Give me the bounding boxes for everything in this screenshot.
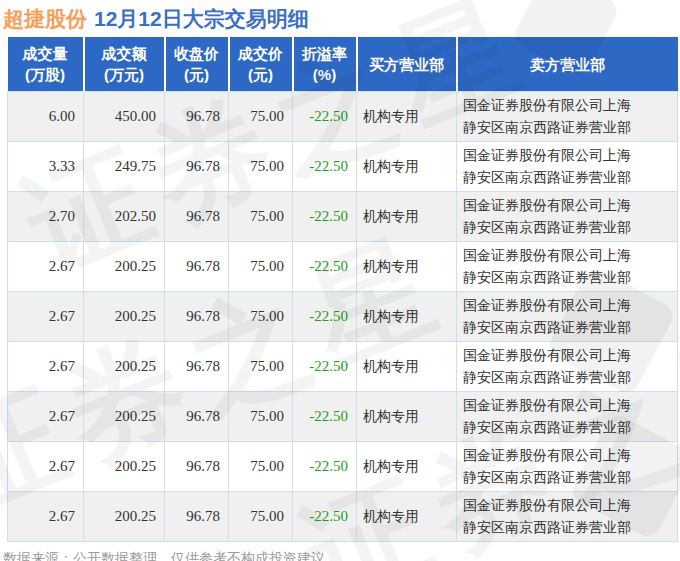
- cell-buyer-branch: 机构专用: [357, 142, 457, 192]
- cell-amount: 450.00: [84, 92, 165, 142]
- table-row: 2.67 200.25 96.78 75.00 -22.50 机构专用 国金证券…: [8, 342, 678, 392]
- cell-trade-price: 75.00: [229, 142, 293, 192]
- cell-trade-price: 75.00: [229, 342, 293, 392]
- cell-close-price: 96.78: [165, 292, 229, 342]
- cell-amount: 200.25: [84, 492, 165, 542]
- header-buyer-branch: 买方营业部: [357, 37, 457, 92]
- cell-seller-branch: 国金证券股份有限公司上海静安区南京西路证券营业部: [457, 442, 678, 492]
- block-trades-table: 成交量 (万股) 成交额 (万元) 收盘价 (元) 成交价 (元) 折溢率 (%…: [7, 37, 678, 542]
- cell-seller-branch: 国金证券股份有限公司上海静安区南京西路证券营业部: [457, 342, 678, 392]
- cell-seller-branch: 国金证券股份有限公司上海静安区南京西路证券营业部: [457, 192, 678, 242]
- cell-close-price: 96.78: [165, 442, 229, 492]
- cell-close-price: 96.78: [165, 392, 229, 442]
- cell-close-price: 96.78: [165, 142, 229, 192]
- cell-trade-price: 75.00: [229, 92, 293, 142]
- cell-amount: 200.25: [84, 392, 165, 442]
- cell-volume: 2.67: [8, 442, 84, 492]
- cell-volume: 2.67: [8, 492, 84, 542]
- table-row: 2.67 200.25 96.78 75.00 -22.50 机构专用 国金证券…: [8, 292, 678, 342]
- cell-seller-branch: 国金证券股份有限公司上海静安区南京西路证券营业部: [457, 92, 678, 142]
- cell-volume: 2.67: [8, 292, 84, 342]
- cell-premium-rate: -22.50: [293, 292, 357, 342]
- header-amount: 成交额 (万元): [84, 37, 165, 92]
- cell-premium-rate: -22.50: [293, 242, 357, 292]
- cell-amount: 200.25: [84, 442, 165, 492]
- header-trade-price: 成交价 (元): [229, 37, 293, 92]
- cell-close-price: 96.78: [165, 192, 229, 242]
- cell-volume: 2.70: [8, 192, 84, 242]
- cell-premium-rate: -22.50: [293, 192, 357, 242]
- cell-buyer-branch: 机构专用: [357, 292, 457, 342]
- cell-seller-branch-text: 国金证券股份有限公司上海静安区南京西路证券营业部: [457, 495, 639, 538]
- header-close-price: 收盘价 (元): [165, 37, 229, 92]
- cell-trade-price: 75.00: [229, 442, 293, 492]
- header-premium-rate: 折溢率 (%): [293, 37, 357, 92]
- cell-buyer-branch: 机构专用: [357, 92, 457, 142]
- cell-amount: 202.50: [84, 192, 165, 242]
- cell-amount: 200.25: [84, 292, 165, 342]
- cell-volume: 2.67: [8, 392, 84, 442]
- cell-close-price: 96.78: [165, 342, 229, 392]
- table-row: 2.67 200.25 96.78 75.00 -22.50 机构专用 国金证券…: [8, 392, 678, 442]
- cell-seller-branch: 国金证券股份有限公司上海静安区南京西路证券营业部: [457, 392, 678, 442]
- header-seller-branch: 卖方营业部: [457, 37, 678, 92]
- cell-premium-rate: -22.50: [293, 442, 357, 492]
- table-row: 3.33 249.75 96.78 75.00 -22.50 机构专用 国金证券…: [8, 142, 678, 192]
- cell-amount: 249.75: [84, 142, 165, 192]
- cell-trade-price: 75.00: [229, 392, 293, 442]
- cell-seller-branch-text: 国金证券股份有限公司上海静安区南京西路证券营业部: [457, 145, 639, 188]
- table-row: 2.67 200.25 96.78 75.00 -22.50 机构专用 国金证券…: [8, 242, 678, 292]
- cell-buyer-branch: 机构专用: [357, 392, 457, 442]
- cell-close-price: 96.78: [165, 92, 229, 142]
- cell-buyer-branch: 机构专用: [357, 242, 457, 292]
- cell-seller-branch-text: 国金证券股份有限公司上海静安区南京西路证券营业部: [457, 95, 639, 138]
- cell-close-price: 96.78: [165, 242, 229, 292]
- cell-volume: 6.00: [8, 92, 84, 142]
- cell-trade-price: 75.00: [229, 192, 293, 242]
- cell-seller-branch: 国金证券股份有限公司上海静安区南京西路证券营业部: [457, 242, 678, 292]
- cell-seller-branch-text: 国金证券股份有限公司上海静安区南京西路证券营业部: [457, 345, 639, 388]
- cell-buyer-branch: 机构专用: [357, 342, 457, 392]
- table-row: 2.67 200.25 96.78 75.00 -22.50 机构专用 国金证券…: [8, 492, 678, 542]
- cell-premium-rate: -22.50: [293, 392, 357, 442]
- cell-buyer-branch: 机构专用: [357, 192, 457, 242]
- cell-buyer-branch: 机构专用: [357, 442, 457, 492]
- title-detail: 12月12日大宗交易明细: [94, 7, 309, 30]
- cell-trade-price: 75.00: [229, 492, 293, 542]
- cell-seller-branch-text: 国金证券股份有限公司上海静安区南京西路证券营业部: [457, 195, 639, 238]
- cell-amount: 200.25: [84, 342, 165, 392]
- cell-premium-rate: -22.50: [293, 342, 357, 392]
- cell-trade-price: 75.00: [229, 242, 293, 292]
- cell-seller-branch: 国金证券股份有限公司上海静安区南京西路证券营业部: [457, 142, 678, 192]
- table-header-row: 成交量 (万股) 成交额 (万元) 收盘价 (元) 成交价 (元) 折溢率 (%…: [8, 37, 678, 92]
- page-title: 超捷股份12月12日大宗交易明细: [0, 0, 680, 30]
- cell-buyer-branch: 机构专用: [357, 492, 457, 542]
- cell-premium-rate: -22.50: [293, 492, 357, 542]
- cell-seller-branch: 国金证券股份有限公司上海静安区南京西路证券营业部: [457, 292, 678, 342]
- cell-close-price: 96.78: [165, 492, 229, 542]
- cell-seller-branch-text: 国金证券股份有限公司上海静安区南京西路证券营业部: [457, 245, 639, 288]
- cell-seller-branch-text: 国金证券股份有限公司上海静安区南京西路证券营业部: [457, 445, 639, 488]
- cell-volume: 3.33: [8, 142, 84, 192]
- cell-volume: 2.67: [8, 242, 84, 292]
- cell-seller-branch: 国金证券股份有限公司上海静安区南京西路证券营业部: [457, 492, 678, 542]
- cell-trade-price: 75.00: [229, 292, 293, 342]
- cell-seller-branch-text: 国金证券股份有限公司上海静安区南京西路证券营业部: [457, 395, 639, 438]
- table-row: 2.67 200.25 96.78 75.00 -22.50 机构专用 国金证券…: [8, 442, 678, 492]
- table-row: 2.70 202.50 96.78 75.00 -22.50 机构专用 国金证券…: [8, 192, 678, 242]
- stock-name: 超捷股份: [3, 7, 87, 30]
- table-body: 6.00 450.00 96.78 75.00 -22.50 机构专用 国金证券…: [8, 92, 678, 542]
- table-row: 6.00 450.00 96.78 75.00 -22.50 机构专用 国金证券…: [8, 92, 678, 142]
- cell-premium-rate: -22.50: [293, 142, 357, 192]
- header-volume: 成交量 (万股): [8, 37, 84, 92]
- cell-seller-branch-text: 国金证券股份有限公司上海静安区南京西路证券营业部: [457, 295, 639, 338]
- cell-volume: 2.67: [8, 342, 84, 392]
- source-note: 数据来源：公开数据整理，仅供参考不构成投资建议: [3, 550, 680, 561]
- cell-premium-rate: -22.50: [293, 92, 357, 142]
- cell-amount: 200.25: [84, 242, 165, 292]
